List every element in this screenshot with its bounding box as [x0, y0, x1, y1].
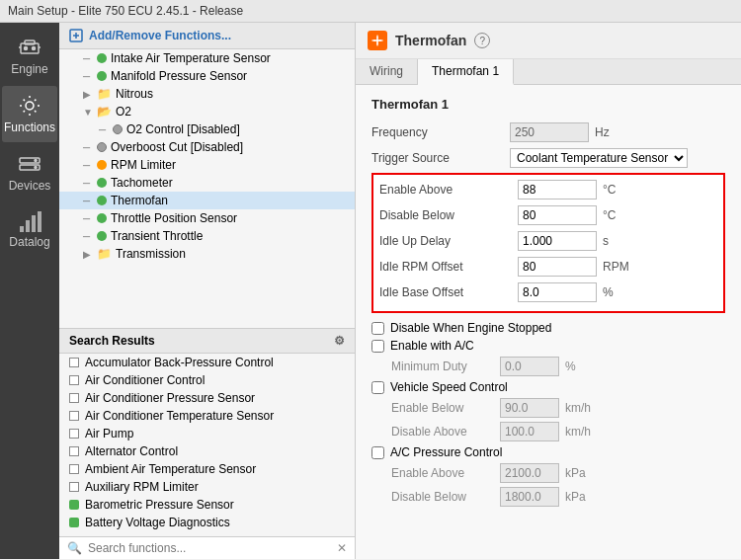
search-results-list[interactable]: Accumulator Back-Pressure Control Air Co…	[59, 354, 355, 536]
result-item-baro[interactable]: Barometric Pressure Sensor	[59, 496, 355, 514]
right-panel: Thermofan ? Wiring Thermofan 1 Thermofan…	[356, 23, 741, 559]
tree-item-tachometer[interactable]: ─ Tachometer	[59, 174, 355, 192]
search-results-label: Search Results	[69, 334, 155, 348]
result-item-battery[interactable]: Battery Voltage Diagnostics	[59, 514, 355, 531]
enable-below-kmh-label: Enable Below	[391, 401, 500, 415]
result-dot-actemp	[69, 411, 79, 421]
frequency-label: Frequency	[371, 125, 510, 139]
tabs-bar: Wiring Thermofan 1	[356, 59, 741, 85]
tree-item-o2control[interactable]: ─ O2 Control [Disabled]	[59, 120, 355, 138]
idle-up-delay-unit: s	[603, 234, 609, 248]
result-dot-acpressure	[69, 393, 79, 403]
tree-container[interactable]: ─ Intake Air Temperature Sensor ─ Manifo…	[59, 49, 355, 328]
svg-point-4	[25, 47, 28, 50]
sidebar-devices-label: Devices	[9, 179, 51, 193]
result-item-accum[interactable]: Accumulator Back-Pressure Control	[59, 354, 355, 371]
sidebar-functions-label: Functions	[4, 120, 55, 134]
tree-label-overboost: Overboost Cut [Disabled]	[111, 140, 243, 154]
result-dot-ambient	[69, 464, 79, 474]
ac-disable-below-input[interactable]	[500, 487, 559, 507]
frequency-unit: Hz	[595, 125, 610, 139]
tree-label-throttle: Throttle Position Sensor	[111, 211, 237, 225]
tab-thermofan1[interactable]: Thermofan 1	[418, 59, 514, 85]
idle-up-delay-row: Idle Up Delay s	[379, 230, 717, 252]
idle-base-offset-input[interactable]	[518, 282, 597, 302]
disable-above-kmh-unit: km/h	[565, 425, 591, 439]
svg-point-18	[376, 40, 379, 42]
add-remove-header[interactable]: Add/Remove Functions...	[59, 23, 355, 49]
idle-rpm-offset-input[interactable]	[518, 257, 597, 277]
ac-pressure-control-label: A/C Pressure Control	[390, 445, 502, 459]
ac-enable-above-label: Enable Above	[391, 466, 500, 480]
search-results-header: Search Results ⚙	[59, 328, 355, 354]
result-item-actemp[interactable]: Air Conditioner Temperature Sensor	[59, 407, 355, 425]
result-item-auxrpm[interactable]: Auxiliary RPM Limiter	[59, 478, 355, 496]
result-label-ambient: Ambient Air Temperature Sensor	[85, 462, 256, 476]
vehicle-speed-checkbox[interactable]	[371, 381, 384, 394]
help-icon[interactable]: ?	[474, 33, 490, 48]
result-label-auxrpm: Auxiliary RPM Limiter	[85, 480, 199, 494]
disable-below-input[interactable]	[518, 205, 597, 225]
result-item-ambient[interactable]: Ambient Air Temperature Sensor	[59, 460, 355, 478]
idle-base-offset-row: Idle Base Offset %	[379, 281, 717, 303]
enable-above-label: Enable Above	[379, 183, 518, 197]
result-item-alternator[interactable]: Alternator Control	[59, 442, 355, 460]
trigger-source-label: Trigger Source	[371, 151, 510, 165]
tree-item-transmission[interactable]: ▶ 📁 Transmission	[59, 245, 355, 263]
search-icon: 🔍	[67, 541, 82, 555]
frequency-row: Frequency Hz	[371, 121, 725, 143]
sidebar-item-datalog[interactable]: Datalog	[2, 202, 57, 257]
ac-enable-above-input[interactable]	[500, 463, 559, 483]
disable-above-kmh-input[interactable]	[500, 422, 559, 441]
tree-item-rpm[interactable]: ─ RPM Limiter	[59, 156, 355, 174]
sidebar-item-devices[interactable]: Devices	[2, 144, 57, 200]
idle-up-delay-input[interactable]	[518, 231, 597, 251]
search-input[interactable]	[88, 541, 331, 555]
sidebar-datalog-label: Datalog	[9, 235, 49, 249]
tree-item-transient[interactable]: ─ Transient Throttle	[59, 227, 355, 245]
minimum-duty-input[interactable]	[500, 357, 559, 376]
result-item-acpressure[interactable]: Air Conditioner Pressure Sensor	[59, 389, 355, 407]
ac-disable-below-row: Disable Below kPa	[371, 487, 725, 507]
frequency-input[interactable]	[510, 122, 589, 142]
disable-engine-stopped-label: Disable When Engine Stopped	[390, 321, 551, 335]
vehicle-speed-row: Vehicle Speed Control	[371, 380, 725, 394]
svg-rect-1	[25, 40, 35, 44]
result-item-ac[interactable]: Air Conditioner Control	[59, 371, 355, 389]
trigger-source-select[interactable]: Coolant Temperature Sensor	[510, 148, 688, 168]
ac-pressure-control-checkbox[interactable]	[371, 446, 384, 459]
result-dot-airpump	[69, 429, 79, 439]
tree-item-o2[interactable]: ▼ 📂 O2	[59, 103, 355, 120]
sidebar-item-engine[interactable]: Engine	[2, 28, 57, 84]
tree-label-tachometer: Tachometer	[111, 176, 173, 190]
tree-item-thermofan[interactable]: ─ Thermofan	[59, 192, 355, 209]
result-label-ac: Air Conditioner Control	[85, 373, 205, 387]
idle-up-delay-label: Idle Up Delay	[379, 234, 518, 248]
tree-label-o2: O2	[116, 105, 131, 119]
result-label-acpressure: Air Conditioner Pressure Sensor	[85, 391, 255, 405]
tree-label-transmission: Transmission	[116, 247, 186, 261]
clear-search-icon[interactable]: ✕	[337, 541, 347, 555]
tree-item-overboost[interactable]: ─ Overboost Cut [Disabled]	[59, 138, 355, 156]
result-item-airpump[interactable]: Air Pump	[59, 425, 355, 442]
disable-engine-stopped-checkbox[interactable]	[371, 322, 384, 335]
tab-wiring-label: Wiring	[370, 64, 403, 78]
enable-below-kmh-unit: km/h	[565, 401, 591, 415]
tree-item-manifold[interactable]: ─ Manifold Pressure Sensor	[59, 67, 355, 85]
enable-ac-checkbox[interactable]	[371, 340, 384, 353]
idle-base-offset-label: Idle Base Offset	[379, 285, 518, 299]
tree-item-throttle[interactable]: ─ Throttle Position Sensor	[59, 209, 355, 227]
panel-header: Thermofan ?	[356, 23, 741, 59]
tab-thermofan1-label: Thermofan 1	[432, 64, 499, 78]
tree-item-nitrous[interactable]: ▶ 📁 Nitrous	[59, 85, 355, 103]
enable-above-input[interactable]	[518, 180, 597, 200]
filter-icon: ⚙	[334, 334, 345, 348]
enable-below-kmh-input[interactable]	[500, 398, 559, 418]
tree-item-intake[interactable]: ─ Intake Air Temperature Sensor	[59, 49, 355, 67]
idle-rpm-offset-label: Idle RPM Offset	[379, 260, 518, 274]
sidebar-item-functions[interactable]: Functions	[2, 86, 57, 142]
search-bar[interactable]: 🔍 ✕	[59, 536, 355, 559]
minimum-duty-label: Minimum Duty	[391, 360, 500, 373]
tree-label-intake: Intake Air Temperature Sensor	[111, 51, 271, 65]
tab-wiring[interactable]: Wiring	[356, 59, 418, 84]
